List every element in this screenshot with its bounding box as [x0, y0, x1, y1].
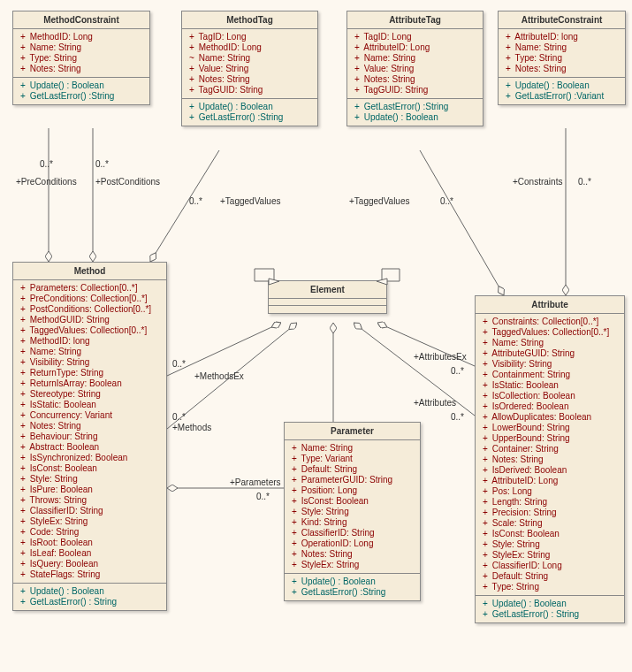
mult: 0..*: [451, 412, 464, 422]
attribute-row: + Default: String: [290, 464, 415, 475]
operation-row: + Update() : Boolean: [290, 577, 415, 587]
operation-row: + GetLastError() :String: [19, 91, 144, 102]
attribute-row: + IsDerived: Boolean: [481, 465, 619, 476]
attribute-row: + LowerBound: String: [481, 423, 619, 433]
attribute-row: + Concurrency: Variant: [19, 410, 161, 421]
attribute-row: + Notes: String: [19, 421, 161, 431]
svg-line-3: [420, 150, 504, 295]
attribute-row: + Notes: String: [481, 454, 619, 465]
attribute-row: + Type: String: [481, 582, 619, 592]
svg-line-2: [150, 150, 219, 262]
class-element: Element: [268, 280, 387, 314]
attrs-method: + Parameters: Collection[0..*]+ PreCondi…: [13, 280, 166, 584]
class-title: MethodConstraint: [13, 11, 149, 29]
attrs-parameter: + Name: String+ Type: Variant+ Default: …: [285, 440, 420, 574]
attribute-row: + Pos: Long: [481, 486, 619, 497]
ops-attributetag: + GetLastError() :String+ Update() : Boo…: [347, 99, 483, 126]
attribute-row: + Value: String: [187, 64, 312, 74]
attribute-row: + IsConst: Boolean: [290, 496, 415, 507]
attribute-row: + IsStatic: Boolean: [481, 380, 619, 391]
attribute-row: + ReturnType: String: [19, 368, 161, 378]
attribute-row: + Notes: String: [19, 64, 144, 74]
attribute-row: + Style: String: [19, 474, 161, 485]
role-taggedvalues: +TaggedValues: [220, 196, 280, 206]
class-title: MethodTag: [182, 11, 317, 29]
role-constraints: +Constraints: [513, 177, 562, 187]
role-parameters: +Parameters: [230, 477, 281, 487]
attribute-row: + Name: String: [19, 347, 161, 357]
class-title: Attribute: [476, 296, 624, 314]
operation-row: + GetLastError() :String: [353, 102, 477, 112]
attribute-row: + Value: String: [353, 64, 477, 74]
attribute-row: + Container: String: [481, 444, 619, 454]
attribute-row: + MethodID: long: [19, 336, 161, 347]
attribute-row: + IsPure: Boolean: [19, 485, 161, 495]
attribute-row: + TagGUID: String: [353, 85, 477, 95]
operation-row: + GetLastError() : String: [19, 597, 161, 607]
attribute-row: + AttributeID: long: [504, 32, 620, 42]
ops-element: [269, 306, 386, 313]
operation-row: + Update() : Boolean: [187, 102, 312, 112]
attribute-row: + Precision: String: [481, 508, 619, 518]
attribute-row: + ReturnIsArray: Boolean: [19, 378, 161, 389]
class-title: AttributeTag: [347, 11, 483, 29]
operation-row: + GetLastError() :Variant: [504, 91, 620, 102]
mult: 0..*: [172, 412, 186, 422]
operation-row: + Update() : Boolean: [19, 80, 144, 91]
attribute-row: + Abstract: Boolean: [19, 442, 161, 453]
attribute-row: + Visibility: String: [481, 359, 619, 370]
attribute-row: + Name: String: [290, 443, 415, 454]
mult: 0..*: [172, 359, 186, 369]
attribute-row: + AttributeID: Long: [353, 42, 477, 53]
operation-row: + Update() : Boolean: [504, 80, 620, 91]
attribute-row: + Type: String: [19, 53, 144, 64]
attrs-attributetag: + TagID: Long+ AttributeID: Long+ Name: …: [347, 29, 483, 99]
mult: 0..*: [451, 366, 464, 376]
attribute-row: + StyleEx: String: [19, 516, 161, 527]
class-title: Parameter: [285, 423, 420, 440]
attribute-row: + IsStatic: Boolean: [19, 400, 161, 410]
class-title: Method: [13, 263, 166, 280]
ops-attributeconstraint: + Update() : Boolean+ GetLastError() :Va…: [499, 78, 625, 104]
operation-row: + Update() : Boolean: [19, 586, 161, 597]
attribute-row: + ClassifierID: String: [290, 528, 415, 538]
mult: 0..*: [256, 492, 270, 501]
attribute-row: + UpperBound: String: [481, 433, 619, 444]
attribute-row: + Type: String: [504, 53, 620, 64]
attribute-row: + TagID: Long: [187, 32, 312, 42]
attribute-row: ~ Name: String: [187, 53, 312, 64]
attribute-row: + TaggedValues: Collection[0..*]: [19, 325, 161, 336]
attribute-row: + IsCollection: Boolean: [481, 391, 619, 401]
attribute-row: + Behaviour: String: [19, 431, 161, 442]
attribute-row: + Name: String: [504, 42, 620, 53]
attribute-row: + Name: String: [19, 42, 144, 53]
role-attributesex: +AttributesEx: [414, 352, 467, 362]
role-postconditions: +PostConditions: [95, 177, 160, 187]
attribute-row: + TaggedValues: Collection[0..*]: [481, 327, 619, 338]
attribute-row: + Notes: String: [290, 549, 415, 560]
attribute-row: + Visibility: String: [19, 357, 161, 368]
class-methodconstraint: MethodConstraint + MethodID: Long+ Name:…: [12, 11, 150, 105]
attribute-row: + PreConditions: Collection[0..*]: [19, 294, 161, 304]
attribute-row: + Constraints: Collection[0..*]: [481, 317, 619, 327]
attribute-row: + IsRoot: Boolean: [19, 538, 161, 548]
attribute-row: + IsLeaf: Boolean: [19, 548, 161, 559]
attribute-row: + Throws: String: [19, 495, 161, 506]
attrs-attributeconstraint: + AttributeID: long+ Name: String+ Type:…: [499, 29, 625, 78]
attribute-row: + PostConditions: Collection[0..*]: [19, 304, 161, 315]
attribute-row: + StateFlags: String: [19, 569, 161, 580]
attribute-row: + Style: String: [481, 539, 619, 550]
role-taggedvalues: +TaggedValues: [349, 196, 409, 206]
ops-methodconstraint: + Update() : Boolean+ GetLastError() :St…: [13, 78, 149, 104]
attribute-row: + ClassifierID: Long: [481, 561, 619, 571]
attrs-methodtag: + TagID: Long+ MethodID: Long~ Name: Str…: [182, 29, 317, 99]
attribute-row: + IsQuery: Boolean: [19, 559, 161, 569]
attribute-row: + Code: String: [19, 527, 161, 538]
operation-row: + Update() : Boolean: [481, 599, 619, 609]
mult: 0..*: [578, 177, 591, 187]
ops-method: + Update() : Boolean+ GetLastError() : S…: [13, 584, 166, 610]
class-parameter: Parameter + Name: String+ Type: Variant+…: [284, 422, 421, 601]
class-title: Element: [269, 281, 386, 299]
ops-parameter: + Update() : Boolean+ GetLastError() :St…: [285, 574, 420, 600]
attribute-row: + MethodGUID: String: [19, 315, 161, 325]
